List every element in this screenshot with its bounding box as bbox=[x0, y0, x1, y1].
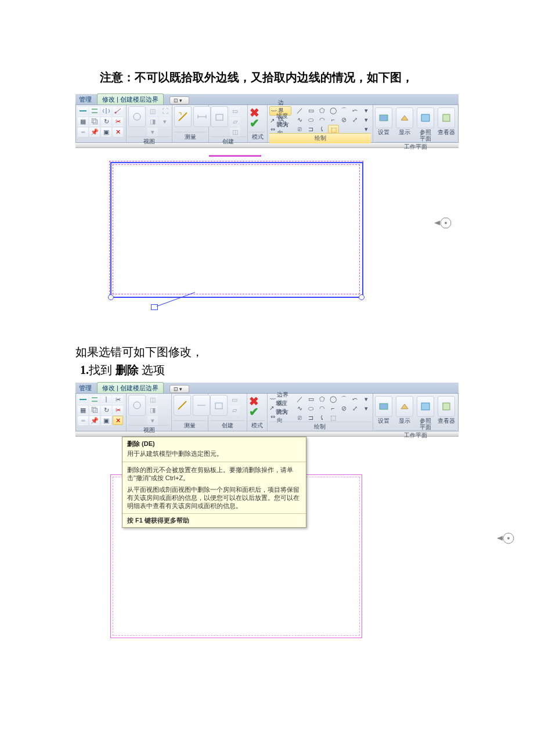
align-icon-2[interactable] bbox=[78, 395, 88, 404]
cancel-mode-icon[interactable]: ✖ bbox=[250, 109, 266, 117]
copy-icon-2[interactable]: ⿻ bbox=[89, 405, 100, 415]
view-small-2[interactable]: ◨ bbox=[147, 117, 158, 126]
wp-ref-2[interactable] bbox=[417, 396, 434, 417]
split-icon[interactable]: ⎓ bbox=[78, 127, 88, 136]
wp-set-2[interactable] bbox=[375, 396, 392, 417]
rotate-icon[interactable]: ↻ bbox=[101, 117, 111, 126]
view-big-icon-1[interactable] bbox=[128, 106, 146, 127]
trim-extend-icon[interactable]: ✂ bbox=[113, 117, 123, 126]
rotate-icon-2[interactable]: ↻ bbox=[101, 405, 111, 415]
ribbon-dropdown[interactable]: ⊡ ▾ bbox=[169, 96, 189, 105]
wp-show-2[interactable] bbox=[396, 396, 413, 417]
finish-mode-icon[interactable]: ✔ bbox=[250, 119, 266, 127]
group-icon[interactable]: ▣ bbox=[101, 127, 111, 136]
draw-arc3-icon[interactable]: ⌒ bbox=[339, 106, 349, 114]
mirror-icon[interactable] bbox=[101, 106, 111, 116]
draw-partial-icon[interactable]: ◠ bbox=[317, 116, 327, 124]
create-small-3[interactable]: ◫ bbox=[230, 127, 240, 136]
create-icon-2[interactable] bbox=[210, 395, 228, 416]
split-icon-2[interactable]: ⎓ bbox=[78, 416, 88, 425]
d2-pick[interactable]: ⤢ bbox=[350, 404, 360, 412]
group-icon-2[interactable]: ▣ bbox=[101, 416, 111, 425]
d2-circ[interactable]: ◯ bbox=[328, 395, 338, 403]
draw-fillet-icon[interactable]: ⌐ bbox=[328, 116, 338, 124]
draw-arc-icon[interactable]: ⤺ bbox=[350, 106, 360, 114]
d2-more2[interactable]: ▾ bbox=[361, 404, 371, 412]
d2-part[interactable]: ◠ bbox=[317, 404, 327, 412]
offset-icon[interactable] bbox=[89, 106, 100, 116]
v2s3[interactable]: ▾ bbox=[147, 416, 158, 425]
workplane-viewer-icon[interactable] bbox=[438, 107, 455, 128]
view-big-icon-2[interactable] bbox=[128, 395, 146, 416]
draw-more-icon[interactable]: ▾ bbox=[361, 106, 371, 114]
tab-manage-2[interactable]: 管理 bbox=[75, 383, 95, 393]
view-small-1[interactable]: ◫ bbox=[147, 106, 158, 116]
draw-poly-icon[interactable]: ⬠ bbox=[317, 106, 327, 114]
d2-ps[interactable]: ⊐ bbox=[306, 413, 316, 422]
d2-fillet[interactable]: ⌐ bbox=[328, 404, 338, 412]
span-direction-button-2[interactable]: ⇔跨方向 bbox=[269, 412, 291, 420]
dimension-icon-2[interactable] bbox=[193, 395, 210, 416]
draw-pick-icon[interactable]: ⤢ bbox=[350, 116, 360, 124]
c2s2[interactable]: ▱ bbox=[229, 405, 240, 415]
trim-icon[interactable] bbox=[113, 106, 123, 116]
d2-line[interactable]: ／ bbox=[295, 395, 305, 403]
draw-rect-icon[interactable]: ▭ bbox=[306, 106, 316, 114]
measure-icon-2[interactable] bbox=[174, 395, 191, 416]
finish-mode-icon-2[interactable]: ✔ bbox=[249, 408, 265, 416]
draw-more2-icon[interactable]: ▾ bbox=[361, 116, 371, 124]
d2-rect[interactable]: ▭ bbox=[306, 395, 316, 403]
array-icon-2[interactable]: ▦ bbox=[78, 405, 88, 415]
workplane-ref-icon[interactable] bbox=[417, 107, 434, 128]
copy-icon[interactable]: ⿻ bbox=[89, 117, 100, 126]
draw-more3-icon[interactable]: ▾ bbox=[361, 125, 371, 133]
handle-br[interactable] bbox=[359, 294, 365, 300]
draw-spline-icon[interactable]: ∿ bbox=[295, 116, 305, 124]
d2-pw[interactable]: ⎚ bbox=[295, 413, 305, 422]
draw-line-icon[interactable]: ／ bbox=[295, 106, 305, 114]
d2-spline[interactable]: ∿ bbox=[295, 404, 305, 412]
d2-poly[interactable]: ⬠ bbox=[317, 395, 327, 403]
pin-icon[interactable]: 📌 bbox=[89, 127, 100, 136]
drag-square-icon[interactable] bbox=[151, 304, 158, 310]
d2-more[interactable]: ▾ bbox=[361, 395, 371, 403]
draw-circle-icon[interactable]: ◯ bbox=[328, 106, 338, 114]
draw-gap1-icon[interactable]: ⤹ bbox=[317, 125, 327, 133]
draw-tangent-icon[interactable]: ⊘ bbox=[339, 116, 349, 124]
create-small-1[interactable]: ▭ bbox=[230, 106, 240, 116]
d2-tan[interactable]: ⊘ bbox=[339, 404, 349, 412]
align-icon[interactable] bbox=[78, 106, 88, 116]
dimension-icon[interactable] bbox=[193, 106, 211, 127]
d2-arc3[interactable]: ⌒ bbox=[339, 395, 349, 403]
draw-picksupp-icon[interactable]: ⊐ bbox=[306, 125, 316, 133]
d2-pf[interactable]: ⬚ bbox=[328, 413, 338, 422]
trim-extend-icon-2[interactable]: ✂ bbox=[113, 405, 123, 415]
view-small-5[interactable]: ▾ bbox=[160, 117, 170, 126]
delete-icon-hover[interactable]: ✕ bbox=[113, 416, 123, 425]
tab-manage[interactable]: 管理 bbox=[75, 94, 95, 105]
span-direction-button[interactable]: ⇔跨方向 bbox=[269, 125, 291, 133]
create-small-2[interactable]: ▱ bbox=[230, 117, 240, 126]
d2-g1[interactable]: ⤹ bbox=[317, 413, 327, 422]
workplane-set-icon[interactable] bbox=[375, 107, 392, 128]
cancel-mode-icon-2[interactable]: ✖ bbox=[249, 397, 265, 405]
mirror-icon-2[interactable] bbox=[101, 395, 111, 404]
ribbon-dropdown-2[interactable]: ⊡ ▾ bbox=[169, 385, 189, 393]
v2s1[interactable]: ◫ bbox=[147, 395, 158, 404]
wp-viewer-2[interactable] bbox=[438, 396, 455, 417]
workplane-show-icon[interactable] bbox=[396, 107, 413, 128]
pin-icon-2[interactable]: 📌 bbox=[89, 416, 100, 425]
draw-ellipse-icon[interactable]: ⬭ bbox=[306, 116, 316, 124]
handle-bl[interactable] bbox=[108, 294, 114, 300]
c2s1[interactable]: ▭ bbox=[229, 395, 240, 404]
tab-modify-context-2[interactable]: 修改 | 创建楼层边界 bbox=[97, 382, 164, 393]
v2s2[interactable]: ◨ bbox=[147, 405, 158, 415]
tab-modify-context[interactable]: 修改 | 创建楼层边界 bbox=[97, 93, 164, 105]
array-icon[interactable]: ▦ bbox=[78, 117, 88, 126]
d2-ell[interactable]: ⬭ bbox=[306, 404, 316, 412]
view-small-3[interactable]: ▾ bbox=[147, 127, 158, 136]
delete-icon[interactable]: ✕ bbox=[113, 127, 123, 136]
offset-icon-2[interactable] bbox=[89, 395, 100, 404]
view-small-4[interactable]: ⛶ bbox=[160, 106, 170, 116]
create-icon-1[interactable] bbox=[211, 106, 228, 127]
